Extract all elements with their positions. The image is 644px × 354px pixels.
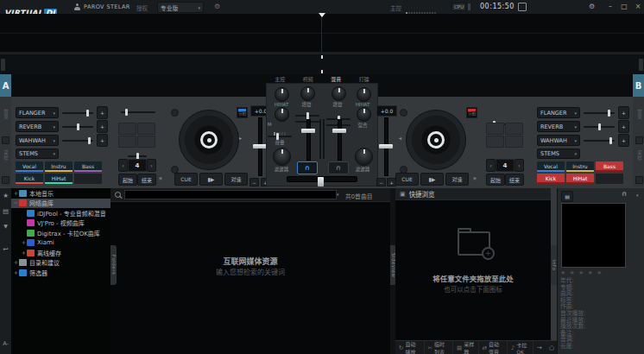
fx-amount-slider[interactable] <box>584 126 615 128</box>
pad-button[interactable] <box>486 123 504 135</box>
search-chevron-down-icon[interactable]: ▾ <box>337 192 339 197</box>
fx-slider-handle[interactable] <box>77 123 79 130</box>
tree-item[interactable]: VJ'Pro - 视频曲库 <box>11 218 110 229</box>
toolbar-circle-icon[interactable]: ○ <box>546 341 558 354</box>
deck-a-tab[interactable]: A <box>0 74 11 97</box>
fx-activate-button[interactable]: + <box>97 106 108 119</box>
deck-b-play-button[interactable]: ▮▶ <box>420 173 444 186</box>
pad-button[interactable] <box>505 136 523 148</box>
channel-2-headphone-cue-button[interactable]: ∩ <box>328 161 349 174</box>
toolbar-tab[interactable]: ↻ 自动播放 <box>395 341 425 354</box>
fx-select[interactable]: FLANGER▾ <box>16 107 59 118</box>
pad-button[interactable] <box>137 123 155 135</box>
waveform-display[interactable] <box>0 14 644 54</box>
stem-button[interactable]: Kick <box>537 174 565 184</box>
fx-slider-handle[interactable] <box>608 110 610 117</box>
tree-expander[interactable]: + <box>21 239 27 246</box>
channel-1-fader-handle[interactable] <box>301 129 315 133</box>
tree-item[interactable]: + 筛选器 <box>11 268 110 278</box>
pad-button[interactable] <box>118 123 136 135</box>
stem-button[interactable]: HiHat <box>45 174 73 184</box>
tree-item[interactable]: + 离线缓存 <box>11 248 110 258</box>
deck-a-loop-in-button[interactable]: 起始 <box>118 174 137 186</box>
filter-icon[interactable]: ▼ <box>0 223 11 229</box>
mixer-tab[interactable]: 打碟 <box>350 75 379 82</box>
deck-a-loop-double-button[interactable]: › <box>147 159 156 172</box>
crossfader-handle[interactable] <box>318 177 324 186</box>
close-button[interactable]: × <box>632 3 644 10</box>
deck-b-loop-value[interactable]: 4 <box>496 159 515 172</box>
deck-b-diamond-icon[interactable]: ◆ <box>473 175 477 180</box>
tree-item[interactable]: Digitrax - 卡拉OK曲库 <box>11 228 110 238</box>
deck-a-diamond-icon[interactable]: ◆ <box>159 175 162 180</box>
fx-select[interactable]: WAHWAH▾ <box>537 135 580 146</box>
fx-slider-handle[interactable] <box>609 137 612 144</box>
rhythm-left-handle[interactable] <box>1 59 5 71</box>
pad-button[interactable] <box>486 136 504 148</box>
back-icon[interactable]: ↩ <box>0 245 11 253</box>
toolbar-tab[interactable]: ⇄ 自动混音 <box>479 341 508 354</box>
fx-select[interactable]: REVERB▾ <box>537 121 580 132</box>
deck-a-small-button-top[interactable] <box>171 109 179 117</box>
deck-b-stems-dropdown[interactable]: STEMS▾ <box>537 149 580 159</box>
info-chevron-down-icon[interactable]: ▾ <box>636 193 639 198</box>
deck-a-loop-out-button[interactable]: 结束 <box>137 174 156 186</box>
rhythm-strip[interactable] <box>0 54 644 76</box>
toolbar-tab[interactable]: ♪ 卡拉OK <box>508 341 534 354</box>
fx-activate-button[interactable]: + <box>618 120 629 133</box>
deck-a-play-button[interactable]: ▮▶ <box>199 173 223 186</box>
fx-activate-button[interactable]: + <box>97 134 108 147</box>
mixer-cue-mix-knob[interactable] <box>357 107 371 122</box>
tree-item[interactable]: + Xiami <box>11 238 110 249</box>
gear-icon[interactable]: ⚙ <box>589 3 595 10</box>
tree-item[interactable]: iDJPool - 专业音频和混音 <box>11 208 110 218</box>
deck-b-loop-in-button[interactable]: 起始 <box>486 174 505 186</box>
stem-button[interactable]: Bass <box>74 161 102 172</box>
stem-button[interactable]: Kick <box>16 174 43 184</box>
deck-a-rail-button-2[interactable] <box>2 176 9 184</box>
tree-expander[interactable]: + <box>13 190 19 197</box>
mixer-tab[interactable]: 混音 <box>322 75 350 82</box>
deck-a-key-slider[interactable] <box>121 111 155 113</box>
toolbar-tab[interactable]: ✂ 临时列表 <box>425 341 454 354</box>
deck-a-expand-arrow[interactable]: ▸ <box>239 135 242 141</box>
slider-handle[interactable] <box>125 109 128 116</box>
mixer-master-volume-slider[interactable] <box>268 136 292 137</box>
deck-a-stems-dropdown[interactable]: STEMS▾ <box>16 149 59 159</box>
fx-amount-slider[interactable] <box>62 140 93 142</box>
tree-item[interactable]: + 本地音乐 <box>11 188 110 199</box>
channel-2-gain-knob[interactable] <box>331 86 346 101</box>
mixer-left-stem-knob[interactable] <box>275 87 289 102</box>
stem-button[interactable]: Instru <box>566 161 594 172</box>
deck-b-beat-indicator[interactable]: 节拍 <box>466 107 477 118</box>
deck-b-pitch-minus-button[interactable]: − <box>376 178 386 186</box>
channel-2-volume-fader[interactable] <box>338 119 342 161</box>
fx-amount-slider[interactable] <box>62 126 93 128</box>
deck-b-rail-button[interactable] <box>635 136 643 144</box>
fx-slider-handle[interactable] <box>88 137 91 144</box>
fx-select[interactable]: REVERB▾ <box>16 121 59 132</box>
deck-a-loop-value[interactable]: 4 <box>128 159 147 172</box>
toolbar-arrow-icon[interactable]: → <box>534 341 546 354</box>
prelisten-headphone-icon[interactable]: ∩ <box>622 190 628 198</box>
deck-b-expand-arrow[interactable]: ◂ <box>399 135 401 141</box>
deck-a-loop-half-button[interactable]: ‹ <box>118 159 128 172</box>
mixer-left-filter-knob[interactable] <box>273 148 291 166</box>
mixer-tab[interactable]: 视频 <box>294 75 323 82</box>
mixer-right-filter-knob[interactable] <box>355 148 373 166</box>
stem-button[interactable] <box>74 174 102 184</box>
channel-1-volume-fader[interactable] <box>306 119 311 161</box>
deck-b-loop-half-button[interactable]: ‹ <box>486 159 496 172</box>
deck-a-cue-button[interactable]: CUE <box>174 173 198 186</box>
toolbar-tab[interactable]: ▤ 采样器 <box>453 341 478 354</box>
channel-1-headphone-cue-button[interactable]: ∩ <box>297 161 318 174</box>
tree-expander[interactable]: + <box>13 269 19 276</box>
pad-button[interactable] <box>505 123 523 135</box>
fx-select[interactable]: FLANGER▾ <box>537 107 580 118</box>
channel-1-gain-knob[interactable] <box>300 86 315 101</box>
fullscreen-icon[interactable] <box>518 3 527 11</box>
fx-slider-handle[interactable] <box>86 110 89 117</box>
favorites-star-icon[interactable]: ★ <box>0 192 11 199</box>
fx-select[interactable]: WAHWAH▾ <box>16 135 59 146</box>
info-grid-button[interactable]: ▤ <box>561 191 573 202</box>
